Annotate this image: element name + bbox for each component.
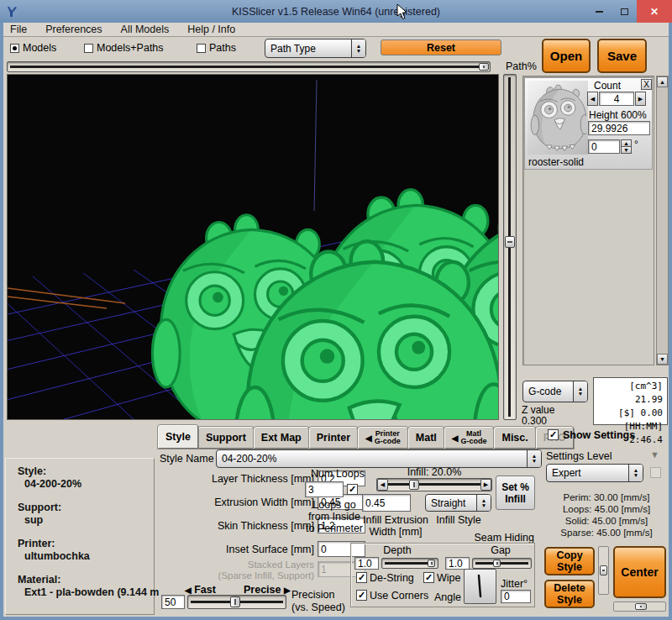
inset-surface-label: Inset Surface [mm] [158,544,314,555]
gap-slider[interactable] [472,558,532,569]
scroll-down-button[interactable]: ▼ [657,354,668,365]
infill-slider-right-arrow[interactable]: ▶ [480,479,491,491]
model-name: rooster-solid [528,156,584,168]
seam-angle-dial[interactable] [464,569,496,604]
infill-extrusion-width-input[interactable] [362,494,411,512]
menu-help-info[interactable]: Help / Info [187,24,235,35]
destring-checkbox[interactable]: ✓ [356,572,367,583]
count-input[interactable] [599,92,634,106]
show-settings-label: Show Settings [563,429,635,441]
style-list-mini-scrollbar[interactable] [598,546,609,595]
use-corners-checkbox[interactable]: ✓ [356,590,367,601]
gap-label: Gap [475,544,526,556]
tab-matl-gcode[interactable]: ◀Matl G-code [444,427,495,449]
model-list-scrollbar[interactable]: ▲ ▼ [656,76,669,365]
height-input[interactable] [588,121,650,135]
style-name-label: Style Name [160,453,214,465]
remove-icon: X [643,80,649,89]
depth-input[interactable] [354,557,379,570]
infill-slider-handle[interactable] [409,480,419,490]
style-label: Style: [18,465,154,478]
path-type-select[interactable]: Path Type ▲▼ [265,39,366,58]
chevron-down-icon: ▼ [481,503,486,508]
model-list: rooster-solid Count ◀ ▶ Height 600% ▲ ▼ … [522,76,654,365]
maximize-button[interactable] [612,0,637,23]
rotation-down-button[interactable]: ▼ [621,146,632,154]
loops-order-checkbox[interactable]: ✓ [347,484,358,495]
tab-printer-gcode[interactable]: ◀Printer G-code [358,427,408,449]
wipe-checkbox[interactable]: ✓ [423,572,434,583]
paths-radio[interactable] [197,44,206,53]
set-infill-button[interactable]: Set % Infill [496,476,535,510]
num-loops-input[interactable] [305,481,344,497]
material-label: Material: [18,574,154,586]
window-title: KISSlicer v1.5 Release Win64 (unregister… [0,6,672,18]
remove-model-button[interactable]: X [641,79,652,90]
z-value-slider[interactable] [503,74,517,420]
style-name-select[interactable]: 04-200-20% ▲▼ [216,449,542,468]
title-bar: KISSlicer v1.5 Release Win64 (unregister… [0,0,672,23]
view-mode-paths[interactable]: Paths [197,42,236,54]
depth-slider-handle[interactable] [428,560,435,567]
gap-slider-handle[interactable] [493,560,501,567]
tab-matl[interactable]: Matl [408,427,444,449]
path-percent-slider-handle[interactable] [479,63,489,71]
count-increment-button[interactable]: ▶ [635,92,646,106]
angle-label: Angle [434,591,461,603]
delete-style-button[interactable]: Delete Style [544,580,595,608]
degree-label: ° [634,139,638,150]
infill-extrusion-width-label: Infill Extrusion Width [mm] [352,514,439,538]
models-radio[interactable] [10,44,19,53]
mini-scrollbar-handle[interactable] [600,565,607,575]
reset-button[interactable]: Reset [381,39,501,55]
show-settings-checkbox[interactable]: ✓ [548,429,559,440]
center-button[interactable]: Center [613,546,666,598]
fast-label: ◀ Fast [185,584,216,596]
tab-style[interactable]: Style [158,425,198,449]
horizontal-mini-handle[interactable] [635,603,647,610]
tab-printer[interactable]: Printer [309,427,358,449]
infill-slider[interactable]: ◀ ▶ [376,478,492,491]
count-decrement-button[interactable]: ◀ [587,92,598,106]
path-percent-slider[interactable] [7,61,491,72]
wipe-label: Wipe [437,572,460,584]
open-button[interactable]: Open [542,39,591,73]
models-paths-radio[interactable] [84,44,93,53]
settings-level-select[interactable]: Expert ▲▼ [546,464,643,482]
close-button[interactable]: ✕ [637,0,672,23]
tab-ext-map[interactable]: Ext Map [254,427,309,449]
precision-slider-handle[interactable] [230,596,240,607]
3d-viewport[interactable] [7,74,499,420]
depth-slider[interactable] [381,558,438,569]
infill-slider-left-arrow[interactable]: ◀ [377,479,388,491]
style-value: 04-200-20% [18,478,154,491]
minimize-button[interactable] [586,0,612,23]
collapse-triangle-icon[interactable]: ▼ [650,449,659,460]
menu-preferences[interactable]: Preferences [45,24,102,35]
jitter-input[interactable] [501,590,531,603]
copy-style-button[interactable]: Copy Style [544,547,595,575]
scroll-up-button[interactable]: ▲ [657,76,668,87]
z-value-slider-handle[interactable] [505,236,515,248]
precision-slider[interactable] [187,595,286,609]
horizontal-mini-scrollbar[interactable] [613,602,666,612]
view-mode-models[interactable]: Models [10,42,56,54]
model-card[interactable]: rooster-solid Count ◀ ▶ Height 600% ▲ ▼ … [524,77,653,170]
tab-misc[interactable]: Misc. [494,427,535,449]
gap-input[interactable] [445,557,470,570]
save-button[interactable]: Save [597,39,647,73]
settings-tabs: Style Support Ext Map Printer ◀Printer G… [158,425,574,449]
menu-all-models[interactable]: All Models [121,24,170,35]
mouse-cursor [396,3,408,20]
precision-input[interactable] [161,595,185,609]
rotation-input[interactable] [588,139,620,154]
infill-style-select[interactable]: Straight ▲▼ [425,494,491,512]
right-triangle-icon: ▶ [284,586,291,595]
view-mode-models-paths[interactable]: Models+Paths [84,42,164,54]
scroll-down-icon: ▼ [659,356,665,362]
count-label: Count [594,80,621,92]
menu-file[interactable]: File [10,24,27,35]
tab-support[interactable]: Support [198,427,254,449]
settings-level-label: Settings Level [546,450,612,462]
gcode-select[interactable]: G-code ▲▼ [522,381,588,402]
